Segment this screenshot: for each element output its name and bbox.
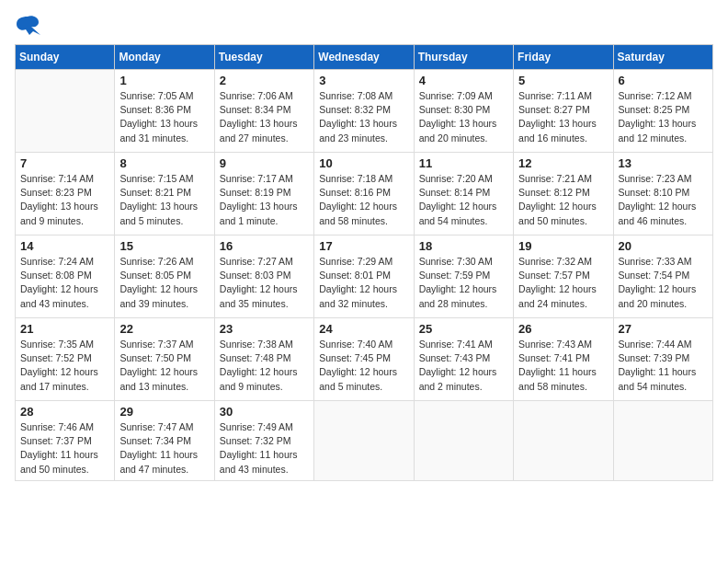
calendar-cell: 13Sunrise: 7:23 AM Sunset: 8:10 PM Dayli… xyxy=(613,153,712,236)
day-header-wednesday: Wednesday xyxy=(314,45,414,70)
day-info: Sunrise: 7:35 AM Sunset: 7:52 PM Dayligh… xyxy=(20,338,109,394)
day-number: 12 xyxy=(518,156,608,170)
day-info: Sunrise: 7:49 AM Sunset: 7:32 PM Dayligh… xyxy=(220,420,309,477)
day-number: 26 xyxy=(518,322,608,336)
day-number: 5 xyxy=(518,74,608,87)
day-number: 1 xyxy=(119,74,209,87)
calendar-cell: 28Sunrise: 7:46 AM Sunset: 7:37 PM Dayli… xyxy=(16,401,115,481)
calendar-cell: 20Sunrise: 7:33 AM Sunset: 7:54 PM Dayli… xyxy=(613,236,712,318)
day-number: 17 xyxy=(319,239,408,253)
day-number: 13 xyxy=(619,156,708,170)
day-info: Sunrise: 7:38 AM Sunset: 7:48 PM Dayligh… xyxy=(220,338,309,394)
day-header-sunday: Sunday xyxy=(16,45,115,70)
calendar-cell: 4Sunrise: 7:09 AM Sunset: 8:30 PM Daylig… xyxy=(414,70,513,153)
day-number: 14 xyxy=(20,239,109,253)
day-info: Sunrise: 7:43 AM Sunset: 7:41 PM Dayligh… xyxy=(518,338,608,394)
day-number: 4 xyxy=(419,74,508,87)
logo xyxy=(15,15,44,37)
week-row-1: 1Sunrise: 7:05 AM Sunset: 8:36 PM Daylig… xyxy=(16,70,713,153)
calendar-cell: 2Sunrise: 7:06 AM Sunset: 8:34 PM Daylig… xyxy=(214,70,313,153)
calendar-cell: 22Sunrise: 7:37 AM Sunset: 7:50 PM Dayli… xyxy=(115,318,214,401)
day-info: Sunrise: 7:05 AM Sunset: 8:36 PM Dayligh… xyxy=(119,89,209,145)
day-header-friday: Friday xyxy=(514,45,613,70)
calendar-cell: 19Sunrise: 7:32 AM Sunset: 7:57 PM Dayli… xyxy=(514,236,613,318)
calendar-cell: 29Sunrise: 7:47 AM Sunset: 7:34 PM Dayli… xyxy=(115,401,214,481)
day-info: Sunrise: 7:30 AM Sunset: 7:59 PM Dayligh… xyxy=(419,255,508,311)
calendar-cell: 6Sunrise: 7:12 AM Sunset: 8:25 PM Daylig… xyxy=(613,70,712,153)
day-info: Sunrise: 7:18 AM Sunset: 8:16 PM Dayligh… xyxy=(319,172,408,228)
day-number: 16 xyxy=(220,239,309,253)
day-number: 30 xyxy=(220,405,309,419)
day-info: Sunrise: 7:44 AM Sunset: 7:39 PM Dayligh… xyxy=(619,338,708,394)
day-number: 7 xyxy=(20,156,109,170)
day-number: 21 xyxy=(20,322,109,336)
day-number: 19 xyxy=(518,239,608,253)
calendar-header-row: SundayMondayTuesdayWednesdayThursdayFrid… xyxy=(16,45,713,70)
calendar-cell: 23Sunrise: 7:38 AM Sunset: 7:48 PM Dayli… xyxy=(214,318,313,401)
week-row-3: 14Sunrise: 7:24 AM Sunset: 8:08 PM Dayli… xyxy=(16,236,713,318)
calendar-cell: 8Sunrise: 7:15 AM Sunset: 8:21 PM Daylig… xyxy=(115,153,214,236)
calendar-cell xyxy=(16,70,115,153)
calendar-cell: 3Sunrise: 7:08 AM Sunset: 8:32 PM Daylig… xyxy=(314,70,414,153)
day-info: Sunrise: 7:37 AM Sunset: 7:50 PM Dayligh… xyxy=(119,338,209,394)
page-header xyxy=(15,15,713,37)
day-number: 20 xyxy=(619,239,708,253)
calendar-cell xyxy=(514,401,613,481)
day-number: 18 xyxy=(419,239,508,253)
calendar-cell: 12Sunrise: 7:21 AM Sunset: 8:12 PM Dayli… xyxy=(514,153,613,236)
day-number: 11 xyxy=(419,156,508,170)
day-number: 24 xyxy=(319,322,408,336)
logo-icon xyxy=(15,15,40,37)
day-number: 15 xyxy=(119,239,209,253)
week-row-4: 21Sunrise: 7:35 AM Sunset: 7:52 PM Dayli… xyxy=(16,318,713,401)
calendar-cell: 1Sunrise: 7:05 AM Sunset: 8:36 PM Daylig… xyxy=(115,70,214,153)
calendar-cell: 7Sunrise: 7:14 AM Sunset: 8:23 PM Daylig… xyxy=(16,153,115,236)
calendar-cell: 27Sunrise: 7:44 AM Sunset: 7:39 PM Dayli… xyxy=(613,318,712,401)
calendar-cell: 30Sunrise: 7:49 AM Sunset: 7:32 PM Dayli… xyxy=(214,401,313,481)
day-info: Sunrise: 7:41 AM Sunset: 7:43 PM Dayligh… xyxy=(419,338,508,394)
day-info: Sunrise: 7:14 AM Sunset: 8:23 PM Dayligh… xyxy=(20,172,109,228)
calendar-cell xyxy=(414,401,513,481)
calendar-cell: 24Sunrise: 7:40 AM Sunset: 7:45 PM Dayli… xyxy=(314,318,414,401)
day-number: 6 xyxy=(619,74,708,87)
day-info: Sunrise: 7:33 AM Sunset: 7:54 PM Dayligh… xyxy=(619,255,708,311)
day-number: 2 xyxy=(220,74,309,87)
day-info: Sunrise: 7:15 AM Sunset: 8:21 PM Dayligh… xyxy=(119,172,209,228)
day-info: Sunrise: 7:21 AM Sunset: 8:12 PM Dayligh… xyxy=(518,172,608,228)
day-info: Sunrise: 7:23 AM Sunset: 8:10 PM Dayligh… xyxy=(619,172,708,228)
day-info: Sunrise: 7:06 AM Sunset: 8:34 PM Dayligh… xyxy=(220,89,309,145)
day-info: Sunrise: 7:32 AM Sunset: 7:57 PM Dayligh… xyxy=(518,255,608,311)
day-info: Sunrise: 7:26 AM Sunset: 8:05 PM Dayligh… xyxy=(119,255,209,311)
calendar-cell: 9Sunrise: 7:17 AM Sunset: 8:19 PM Daylig… xyxy=(214,153,313,236)
day-header-thursday: Thursday xyxy=(414,45,513,70)
day-info: Sunrise: 7:08 AM Sunset: 8:32 PM Dayligh… xyxy=(319,89,408,145)
day-info: Sunrise: 7:11 AM Sunset: 8:27 PM Dayligh… xyxy=(518,89,608,145)
day-number: 10 xyxy=(319,156,408,170)
calendar-cell: 14Sunrise: 7:24 AM Sunset: 8:08 PM Dayli… xyxy=(16,236,115,318)
calendar-cell: 15Sunrise: 7:26 AM Sunset: 8:05 PM Dayli… xyxy=(115,236,214,318)
calendar-cell: 5Sunrise: 7:11 AM Sunset: 8:27 PM Daylig… xyxy=(514,70,613,153)
week-row-5: 28Sunrise: 7:46 AM Sunset: 7:37 PM Dayli… xyxy=(16,401,713,481)
day-number: 8 xyxy=(119,156,209,170)
day-number: 25 xyxy=(419,322,508,336)
week-row-2: 7Sunrise: 7:14 AM Sunset: 8:23 PM Daylig… xyxy=(16,153,713,236)
day-header-saturday: Saturday xyxy=(613,45,712,70)
day-number: 28 xyxy=(20,405,109,419)
day-info: Sunrise: 7:09 AM Sunset: 8:30 PM Dayligh… xyxy=(419,89,508,145)
day-number: 22 xyxy=(119,322,209,336)
day-info: Sunrise: 7:47 AM Sunset: 7:34 PM Dayligh… xyxy=(119,420,209,477)
calendar-cell xyxy=(314,401,414,481)
calendar-cell: 17Sunrise: 7:29 AM Sunset: 8:01 PM Dayli… xyxy=(314,236,414,318)
day-number: 27 xyxy=(619,322,708,336)
calendar-cell: 10Sunrise: 7:18 AM Sunset: 8:16 PM Dayli… xyxy=(314,153,414,236)
day-number: 3 xyxy=(319,74,408,87)
day-info: Sunrise: 7:29 AM Sunset: 8:01 PM Dayligh… xyxy=(319,255,408,311)
day-info: Sunrise: 7:27 AM Sunset: 8:03 PM Dayligh… xyxy=(220,255,309,311)
day-number: 9 xyxy=(220,156,309,170)
day-number: 29 xyxy=(119,405,209,419)
day-header-tuesday: Tuesday xyxy=(214,45,313,70)
day-info: Sunrise: 7:20 AM Sunset: 8:14 PM Dayligh… xyxy=(419,172,508,228)
calendar-cell xyxy=(613,401,712,481)
calendar-cell: 11Sunrise: 7:20 AM Sunset: 8:14 PM Dayli… xyxy=(414,153,513,236)
calendar-cell: 18Sunrise: 7:30 AM Sunset: 7:59 PM Dayli… xyxy=(414,236,513,318)
